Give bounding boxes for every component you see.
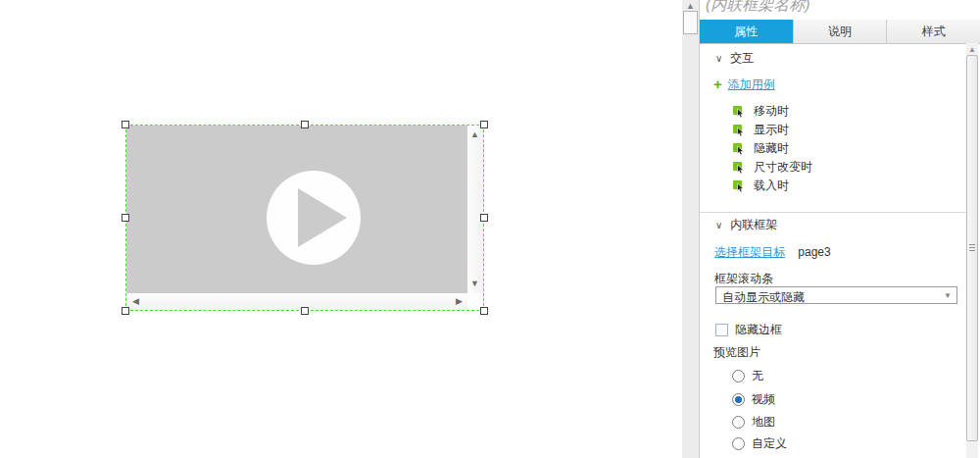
scrollbar-thumb[interactable] xyxy=(683,11,698,34)
play-triangle-icon xyxy=(298,188,347,247)
selection-handle-s[interactable] xyxy=(301,307,309,315)
frame-target-row: 选择框架目标 page3 xyxy=(714,244,831,261)
add-case-link[interactable]: 添加用例 xyxy=(728,77,775,91)
scroll-up-icon[interactable]: ▲ xyxy=(470,130,479,139)
cursor-event-icon xyxy=(733,143,745,155)
tab-notes[interactable]: 说明 xyxy=(793,20,887,43)
event-label: 移动时 xyxy=(754,103,789,120)
event-item-onhide[interactable]: 隐藏时 xyxy=(733,140,789,157)
chevron-down-icon: ▼ xyxy=(944,291,952,300)
tab-properties[interactable]: 属性 xyxy=(700,20,793,43)
tab-style[interactable]: 样式 xyxy=(886,20,980,43)
radio-button[interactable] xyxy=(732,416,745,429)
scrollbar-thumb[interactable] xyxy=(966,55,978,441)
section-divider xyxy=(700,212,967,213)
scroll-up-icon[interactable]: ▲ xyxy=(686,1,695,11)
panel-vertical-scrollbar[interactable]: ▲ xyxy=(966,43,978,458)
chevron-down-icon: ∨ xyxy=(715,53,722,64)
add-case-row: +添加用例 xyxy=(713,76,775,93)
cursor-event-icon xyxy=(733,125,745,136)
selection-handle-nw[interactable] xyxy=(122,121,129,128)
cursor-event-icon xyxy=(733,162,745,174)
radio-label: 视频 xyxy=(752,391,775,408)
app-window: ▲ ▼ ◀ ▶ ▲ (内联框架名称) 属性 说明 样式 xyxy=(0,0,980,458)
event-label: 载入时 xyxy=(754,178,789,194)
selection-handle-se[interactable] xyxy=(480,307,488,315)
radio-button[interactable] xyxy=(732,437,745,450)
section-title: 内联框架 xyxy=(730,218,777,231)
section-interaction-header[interactable]: ∨交互 xyxy=(715,50,754,67)
radio-label: 地图 xyxy=(752,414,775,431)
panel-tabs: 属性 说明 样式 xyxy=(700,20,980,44)
select-frame-target-link[interactable]: 选择框架目标 xyxy=(714,245,785,259)
frame-target-value: page3 xyxy=(798,245,830,259)
event-label: 隐藏时 xyxy=(754,140,789,157)
selection-handle-n[interactable] xyxy=(301,121,309,128)
radio-label: 自定义 xyxy=(752,435,787,452)
section-inline-frame-header[interactable]: ∨内联框架 xyxy=(715,217,777,233)
selection-handle-w[interactable] xyxy=(122,214,129,222)
event-label: 显示时 xyxy=(754,122,789,138)
canvas-vertical-scrollbar[interactable]: ▲ xyxy=(682,0,699,458)
play-button-icon xyxy=(267,171,361,265)
scrollbar-grip-icon xyxy=(969,244,975,252)
preview-option-none: 无 xyxy=(732,368,763,384)
hide-border-row: 隐藏边框 xyxy=(715,322,782,338)
frame-scrollbar-label: 框架滚动条 xyxy=(714,271,773,287)
section-title: 交互 xyxy=(730,51,754,65)
cursor-event-icon xyxy=(733,180,745,192)
scroll-left-icon[interactable]: ◀ xyxy=(132,297,139,306)
preview-option-map: 地图 xyxy=(732,414,775,431)
selection-handle-e[interactable] xyxy=(480,214,488,222)
frame-scrollbar-select[interactable]: 自动显示或隐藏 ▼ xyxy=(715,286,957,304)
preview-option-video: 视频 xyxy=(732,391,775,408)
selection-handle-sw[interactable] xyxy=(122,307,129,315)
radio-button[interactable] xyxy=(732,393,745,406)
selection-handle-ne[interactable] xyxy=(480,121,488,128)
radio-dot xyxy=(735,396,742,403)
chevron-down-icon: ∨ xyxy=(715,220,722,230)
selected-option: 自动显示或隐藏 xyxy=(722,289,805,306)
canvas-area[interactable]: ▲ ▼ ◀ ▶ xyxy=(0,0,682,458)
inline-frame-widget[interactable]: ▲ ▼ ◀ ▶ xyxy=(125,125,484,311)
scroll-right-icon[interactable]: ▶ xyxy=(456,297,463,306)
event-item-onshow[interactable]: 显示时 xyxy=(733,122,789,138)
widget-vertical-scrollbar[interactable]: ▲ ▼ xyxy=(467,126,483,293)
scroll-up-icon[interactable]: ▲ xyxy=(968,45,976,54)
video-preview-image xyxy=(126,126,467,293)
event-item-onmove[interactable]: 移动时 xyxy=(733,103,789,120)
preview-option-custom: 自定义 xyxy=(732,435,787,452)
hide-border-checkbox[interactable] xyxy=(715,324,728,336)
properties-panel: (内联框架名称) 属性 说明 样式 ∨交互 +添加用例 移动时 显示时 隐藏时 … xyxy=(699,0,980,458)
radio-button[interactable] xyxy=(732,370,745,382)
widget-name-placeholder[interactable]: (内联框架名称) xyxy=(706,0,810,16)
event-label: 尺寸改变时 xyxy=(754,159,812,176)
scroll-down-icon[interactable]: ▼ xyxy=(470,280,479,288)
widget-horizontal-scrollbar[interactable]: ◀ ▶ xyxy=(126,293,467,310)
hide-border-label: 隐藏边框 xyxy=(735,322,782,338)
cursor-event-icon xyxy=(733,106,745,118)
event-item-onload[interactable]: 载入时 xyxy=(733,178,789,194)
plus-icon: + xyxy=(713,76,722,92)
event-item-onresize[interactable]: 尺寸改变时 xyxy=(733,159,812,176)
radio-label: 无 xyxy=(752,368,763,384)
preview-image-label: 预览图片 xyxy=(713,344,760,361)
